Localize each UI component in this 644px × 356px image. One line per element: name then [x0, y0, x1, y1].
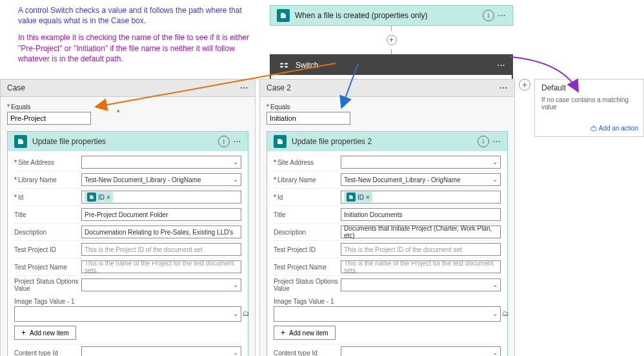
annotation-p1: A control Switch checks a value and it f… — [18, 5, 257, 26]
field-label: Content type Id — [14, 350, 81, 357]
case-header[interactable]: Case ··· — [1, 79, 255, 97]
case-1: Case ··· *Equals * Update file propertie… — [0, 79, 256, 356]
more-icon[interactable]: ··· — [234, 138, 241, 145]
field-label: Image Tags Value - 1 — [274, 298, 501, 305]
test-project-id-input[interactable]: This is the Project ID of the document s… — [341, 243, 501, 256]
more-icon[interactable]: ··· — [498, 12, 506, 19]
chevron-down-icon[interactable]: ⌄ — [492, 158, 498, 165]
more-icon[interactable]: ··· — [498, 61, 505, 69]
connector-line — [391, 49, 392, 54]
chevron-down-icon[interactable]: ⌄ — [233, 158, 238, 165]
action-header[interactable]: Update file properties 2 i ··· — [267, 132, 507, 151]
field-label: *Library Name — [14, 176, 81, 183]
switch-icon — [277, 59, 290, 72]
switch-title: Switch — [296, 61, 498, 70]
title-input[interactable]: Pre-Project Document Folder — [81, 208, 241, 221]
picker-icon[interactable]: 🗂 — [243, 309, 250, 317]
chevron-down-icon[interactable]: ⌄ — [492, 281, 498, 288]
add-action-icon — [590, 125, 598, 132]
chevron-down-icon[interactable]: ⌄ — [492, 176, 498, 183]
more-icon[interactable]: ··· — [499, 83, 508, 92]
svg-rect-2 — [285, 63, 288, 65]
id-input[interactable]: ID× — [81, 191, 241, 204]
sharepoint-icon — [274, 135, 287, 148]
svg-rect-4 — [591, 127, 596, 131]
sharepoint-icon — [14, 135, 27, 148]
image-tags-input[interactable]: ⌄🗂 — [14, 306, 241, 322]
remove-token-icon[interactable]: × — [366, 194, 370, 201]
add-new-item-button[interactable]: +Add new item — [274, 326, 336, 340]
help-icon[interactable]: i — [478, 136, 489, 147]
site-address-input[interactable]: ⌄ — [341, 156, 501, 169]
picker-icon[interactable]: 🗂 — [502, 309, 509, 317]
field-label: Project Status Options Value — [14, 278, 81, 292]
content-type-input[interactable]: ⌄ — [341, 346, 501, 356]
chevron-down-icon[interactable]: ⌄ — [492, 310, 498, 317]
svg-rect-1 — [280, 66, 283, 67]
trigger-card[interactable]: When a file is created (properties only)… — [270, 5, 513, 26]
field-label: Description — [14, 229, 81, 236]
connector-line — [391, 26, 392, 31]
description-input[interactable]: Documenation Relating to Pre-Sales, Exis… — [81, 225, 241, 238]
description-input[interactable]: Documents that Initiate Project (Charter… — [341, 225, 501, 238]
add-action-link[interactable]: Add an action — [590, 125, 638, 132]
add-new-item-button[interactable]: +Add new item — [14, 326, 76, 340]
remove-token-icon[interactable]: × — [106, 194, 110, 201]
default-title: Default — [541, 83, 637, 92]
title-input[interactable]: Initiation Documents — [341, 208, 501, 221]
help-icon[interactable]: i — [483, 10, 494, 21]
site-address-input[interactable]: ⌄ — [81, 156, 241, 169]
test-project-id-input[interactable]: This is the Project ID of the document s… — [81, 243, 241, 256]
sharepoint-icon — [87, 193, 96, 202]
update-file-properties-2-card: Update file properties 2 i ··· *Site Add… — [267, 131, 508, 356]
case-title: Case — [7, 83, 25, 92]
field-label: Title — [274, 211, 341, 218]
case-2: Case 2 ··· *Equals Update file propertie… — [259, 79, 515, 356]
field-label: *Id — [274, 194, 341, 201]
field-label: Image Tags Value - 1 — [14, 298, 241, 305]
chevron-down-icon[interactable]: ⌄ — [233, 349, 238, 356]
status-input[interactable]: ⌄ — [81, 278, 241, 291]
case-header[interactable]: Case 2 ··· — [260, 79, 514, 97]
more-icon[interactable]: ··· — [493, 138, 501, 145]
case-title: Case 2 — [267, 83, 291, 92]
svg-rect-3 — [285, 66, 288, 67]
default-msg: If no case contains a matching value — [541, 96, 637, 110]
status-input[interactable]: ⌄ — [341, 278, 501, 291]
svg-rect-0 — [280, 63, 283, 65]
action-header[interactable]: Update file properties i ··· — [8, 132, 248, 151]
equals-input[interactable] — [7, 112, 91, 125]
library-name-input[interactable]: Test-New Document_Library - OrigName⌄ — [81, 173, 241, 186]
test-project-name-input[interactable]: This is the name of the Project for the … — [341, 260, 501, 273]
default-case: Default If no case contains a matching v… — [534, 79, 644, 137]
help-icon[interactable]: i — [218, 136, 230, 147]
add-step-button[interactable]: + — [387, 35, 397, 45]
library-name-input[interactable]: Test-New Document_Library - OrigName⌄ — [341, 173, 501, 186]
field-label: *Site Address — [14, 159, 81, 166]
image-tags-input[interactable]: ⌄🗂 — [274, 306, 501, 322]
chevron-down-icon[interactable]: ⌄ — [492, 349, 498, 356]
chevron-down-icon[interactable]: ⌄ — [233, 281, 238, 288]
content-type-input[interactable]: ⌄ — [81, 346, 241, 356]
action-title: Update file properties 2 — [292, 137, 478, 146]
id-input[interactable]: ID× — [341, 191, 501, 204]
sharepoint-icon — [277, 9, 290, 22]
more-icon[interactable]: ··· — [240, 83, 248, 92]
trigger-title: When a file is created (properties only) — [295, 11, 483, 20]
update-file-properties-card: Update file properties i ··· *Site Addre… — [7, 131, 248, 356]
required-marker: * — [117, 109, 119, 116]
test-project-name-input[interactable]: This is the name of the Project for the … — [81, 260, 241, 273]
field-label: Content type Id — [274, 350, 341, 357]
field-label: *Library Name — [274, 176, 341, 183]
field-label: Test Project ID — [274, 246, 341, 253]
field-label: Description — [274, 229, 341, 236]
field-label: Test Project Name — [274, 264, 341, 271]
equals-input[interactable] — [267, 112, 350, 125]
annotation-p2: In this example it is checking the name … — [18, 32, 257, 64]
equals-label: *Equals — [267, 103, 508, 110]
chevron-down-icon[interactable]: ⌄ — [233, 310, 238, 317]
chevron-down-icon[interactable]: ⌄ — [233, 176, 238, 183]
field-label: Project Status Options Value — [274, 278, 341, 292]
add-case-button[interactable]: + — [519, 79, 530, 90]
field-label: Title — [14, 211, 81, 218]
